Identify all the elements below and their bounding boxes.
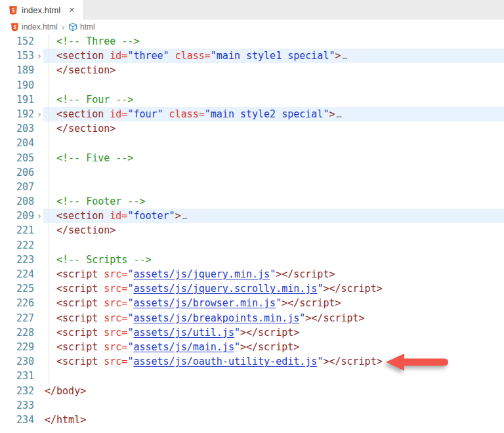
code-line-207[interactable]: 207	[0, 180, 504, 194]
line-number: 152	[0, 34, 34, 49]
code-text: <script src="assets/js/jquery.scrolly.mi…	[45, 281, 383, 296]
code-text: </section>	[45, 121, 116, 136]
fold-gutter	[34, 369, 45, 383]
code-line-152[interactable]: 152<!-- Three -->	[0, 34, 504, 49]
code-line-203[interactable]: 203</section>	[0, 121, 504, 136]
fold-gutter	[34, 267, 45, 281]
code-line-222[interactable]: 222	[0, 238, 504, 253]
html5-file-icon: 5	[10, 22, 19, 31]
code-line-221[interactable]: 221</section>	[0, 223, 504, 237]
fold-chevron-icon[interactable]: ›	[34, 107, 45, 121]
fold-gutter	[34, 194, 45, 209]
code-token-plain	[98, 268, 104, 280]
fold-gutter	[34, 78, 45, 93]
line-number: 209	[0, 209, 34, 223]
breadcrumb-item-file[interactable]: 5 index.html	[10, 22, 58, 31]
script-src-link[interactable]: assets/js/oauth-utility-edit.js	[133, 356, 317, 367]
code-line-225[interactable]: 225<script src="assets/js/jquery.scrolly…	[0, 281, 504, 296]
code-line-231[interactable]: 231	[0, 369, 504, 383]
code-token-str: "	[299, 312, 305, 324]
code-token-comment: <!-- Four -->	[56, 94, 133, 106]
code-line-205[interactable]: 205<!-- Five -->	[0, 151, 504, 165]
line-number: 230	[0, 354, 34, 369]
code-token-attr: id=	[110, 50, 127, 62]
code-text: <!-- Four -->	[45, 93, 133, 107]
code-token-tag: </html>	[45, 414, 86, 426]
code-line-189[interactable]: 189</section>	[0, 63, 504, 77]
code-token-plain	[98, 283, 104, 295]
code-token-plain	[98, 297, 104, 309]
code-line-190[interactable]: 190	[0, 78, 504, 93]
code-text: <script src="assets/js/util.js"></script…	[45, 325, 299, 340]
code-token-plain	[98, 341, 104, 353]
code-token-plain	[104, 50, 110, 62]
code-token-tag: ></script>	[276, 268, 335, 280]
code-line-234[interactable]: 234</html>	[0, 413, 504, 427]
code-line-206[interactable]: 206	[0, 165, 504, 180]
code-token-attr: id=	[110, 108, 127, 120]
code-line-227[interactable]: 227<script src="assets/js/breakpoints.mi…	[0, 311, 504, 325]
fold-gutter	[34, 296, 45, 310]
fold-chevron-icon[interactable]: ›	[34, 209, 45, 223]
code-line-204[interactable]: 204	[0, 136, 504, 150]
code-text: <script src="assets/js/browser.min.js"><…	[45, 296, 341, 310]
code-line-232[interactable]: 232</body>	[0, 384, 504, 398]
fold-gutter	[34, 398, 45, 413]
fold-gutter	[34, 325, 45, 340]
code-token-fold: …	[336, 110, 341, 119]
code-line-230[interactable]: 230<script src="assets/js/oauth-utility-…	[0, 354, 504, 369]
code-text: <section id="three" class="main style1 s…	[45, 49, 347, 63]
code-text: </section>	[45, 223, 116, 237]
line-number: 205	[0, 151, 34, 165]
breadcrumb-symbol-label: html	[80, 22, 95, 31]
code-token-str: "footer"	[127, 210, 175, 222]
code-token-str: "main style1 special"	[211, 50, 335, 62]
code-token-comment: <!-- Scripts -->	[56, 254, 152, 266]
fold-chevron-icon[interactable]: ›	[34, 49, 45, 63]
line-number: 224	[0, 267, 34, 281]
code-line-229[interactable]: 229<script src="assets/js/main.js"></scr…	[0, 340, 504, 354]
code-token-attr: src=	[104, 341, 127, 353]
vscode-window: 5 index.html × 5 index.html › html 152<!…	[0, 0, 504, 427]
code-text: <script src="assets/js/jquery.min.js"></…	[45, 267, 335, 281]
code-line-209[interactable]: 209›<section id="footer">…	[0, 209, 504, 223]
code-line-208[interactable]: 208<!-- Footer -->	[0, 194, 504, 209]
code-token-str: "	[270, 268, 276, 280]
code-text: <section id="four" class="main style2 sp…	[45, 107, 341, 121]
script-src-link[interactable]: assets/js/jquery.scrolly.min.js	[133, 283, 317, 295]
script-src-link[interactable]: assets/js/main.js	[133, 341, 234, 353]
code-text	[45, 78, 56, 93]
code-line-224[interactable]: 224<script src="assets/js/jquery.min.js"…	[0, 267, 504, 281]
line-number: 225	[0, 281, 34, 296]
code-text: </body>	[45, 384, 86, 398]
fold-gutter	[34, 413, 45, 427]
script-src-link[interactable]: assets/js/browser.min.js	[133, 297, 276, 309]
tab-index-html[interactable]: 5 index.html ×	[0, 0, 83, 20]
code-token-plain	[98, 312, 104, 324]
code-line-226[interactable]: 226<script src="assets/js/browser.min.js…	[0, 296, 504, 310]
code-token-tag: ></script>	[323, 283, 382, 295]
script-src-link[interactable]: assets/js/jquery.min.js	[133, 268, 270, 280]
fold-gutter	[34, 180, 45, 194]
code-line-192[interactable]: 192›<section id="four" class="main style…	[0, 107, 504, 121]
code-token-plain	[98, 356, 104, 367]
code-token-str: "	[276, 297, 282, 309]
code-token-str: "four"	[127, 108, 163, 120]
script-src-link[interactable]: assets/js/breakpoints.min.js	[133, 312, 299, 324]
code-token-attr: class=	[169, 108, 205, 120]
script-src-link[interactable]: assets/js/util.js	[133, 327, 234, 339]
breadcrumb-item-symbol[interactable]: html	[68, 22, 95, 31]
tab-close-icon[interactable]: ×	[68, 5, 75, 15]
code-line-223[interactable]: 223<!-- Scripts -->	[0, 253, 504, 267]
code-line-228[interactable]: 228<script src="assets/js/util.js"></scr…	[0, 325, 504, 340]
code-token-comment: <!-- Footer -->	[56, 196, 145, 207]
code-text: </section>	[45, 63, 116, 77]
code-line-233[interactable]: 233	[0, 398, 504, 413]
code-line-153[interactable]: 153›<section id="three" class="main styl…	[0, 49, 504, 63]
code-token-tag: ></script>	[323, 356, 382, 367]
line-number: 192	[0, 107, 34, 121]
code-token-comment: <!-- Five -->	[56, 152, 133, 164]
code-text: <script src="assets/js/oauth-utility-edi…	[45, 354, 383, 369]
code-line-191[interactable]: 191<!-- Four -->	[0, 93, 504, 107]
code-editor[interactable]: 152<!-- Three -->153›<section id="three"…	[0, 34, 504, 427]
